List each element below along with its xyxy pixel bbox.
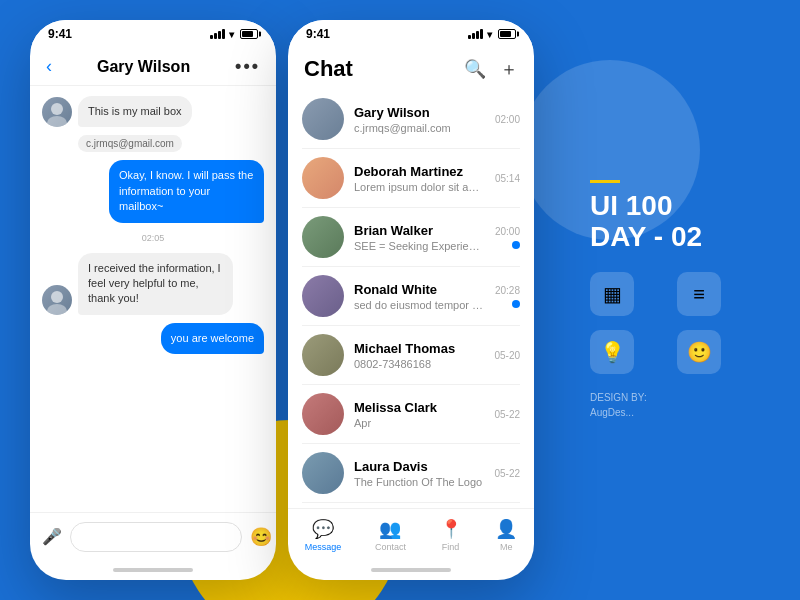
message-timestamp: 02:05 <box>42 233 264 243</box>
back-button[interactable]: ‹ <box>46 56 52 77</box>
signal-icon <box>210 29 225 39</box>
unread-indicator <box>512 300 520 308</box>
bottom-nav: 💬 Message 👥 Contact 📍 Find 👤 Me <box>288 508 534 560</box>
wifi-icon: ▾ <box>487 29 492 40</box>
icon-card-grid: ▦ <box>590 272 634 316</box>
nav-label: Contact <box>375 542 406 552</box>
header-actions: 🔍 ＋ <box>464 57 518 81</box>
status-time-list: 9:41 <box>306 27 330 41</box>
message-input[interactable] <box>70 522 242 552</box>
chat-meta: 05-20 <box>494 350 520 361</box>
avatar <box>302 452 344 494</box>
list-item[interactable]: Laura Davis The Function Of The Logo 05-… <box>288 444 534 502</box>
chat-meta: 05-22 <box>494 468 520 479</box>
contact-name: Melissa Clark <box>354 400 484 415</box>
chat-info: Brian Walker SEE = Seeking Experience & … <box>354 223 485 252</box>
msg-row: Okay, I know. I will pass the informatio… <box>42 160 264 222</box>
home-bar <box>371 568 451 572</box>
right-panel: UI 100 DAY - 02 ▦ ≡ 💡 🙂 DESIGN BY: AugDe… <box>570 0 770 600</box>
avatar <box>302 334 344 376</box>
chat-detail-title: Gary Wilson <box>97 58 190 76</box>
contact-name: Ronald White <box>354 282 485 297</box>
more-button[interactable]: ••• <box>235 56 260 77</box>
chat-time: 02:00 <box>495 114 520 125</box>
emoji-icon[interactable]: 😊 <box>250 526 272 548</box>
unread-indicator <box>512 241 520 249</box>
svg-point-1 <box>47 116 67 127</box>
list-item[interactable]: Melissa Clark Apr 05-22 <box>288 385 534 443</box>
svg-point-0 <box>51 103 63 115</box>
contact-name: Michael Thomas <box>354 341 484 356</box>
message-bubble: I received the information, I feel very … <box>78 253 233 315</box>
message-nav-icon: 💬 <box>312 518 334 540</box>
phones-area: 9:41 ▾ ‹ Gary Wilson ••• <box>30 20 534 580</box>
status-icons-detail: ▾ <box>210 29 258 40</box>
chat-meta: 20:28 <box>495 285 520 308</box>
chat-messages: This is my mail box c.jrmqs@gmail.com Ok… <box>30 86 276 512</box>
me-nav-icon: 👤 <box>495 518 517 540</box>
avatar <box>302 157 344 199</box>
chat-info: Deborah Martinez Lorem ipsum dolor sit a… <box>354 164 485 193</box>
chat-preview: 0802-73486168 <box>354 358 484 370</box>
icon-card-bulb: 💡 <box>590 330 634 374</box>
icon-card-list: ≡ <box>677 272 721 316</box>
home-indicator <box>30 560 276 580</box>
chat-time: 20:28 <box>495 285 520 296</box>
status-bar-list: 9:41 ▾ <box>288 20 534 48</box>
nav-label: Me <box>500 542 513 552</box>
chat-info: Gary Wilson c.jrmqs@gmail.com <box>354 105 485 134</box>
add-chat-icon[interactable]: ＋ <box>500 57 518 81</box>
chat-info: Michael Thomas 0802-73486168 <box>354 341 484 370</box>
avatar <box>302 98 344 140</box>
icon-card-smile: 🙂 <box>677 330 721 374</box>
icon-grid: ▦ ≡ 💡 🙂 <box>590 272 750 374</box>
chat-time: 05-20 <box>494 350 520 361</box>
battery-icon <box>498 29 516 39</box>
msg-row: I received the information, I feel very … <box>42 253 264 315</box>
nav-item-contact[interactable]: 👥 Contact <box>375 518 406 552</box>
svg-point-2 <box>51 291 63 303</box>
list-item[interactable]: Michael Thomas 0802-73486168 05-20 <box>288 326 534 384</box>
find-nav-icon: 📍 <box>440 518 462 540</box>
chat-time: 05-22 <box>494 468 520 479</box>
design-credit: DESIGN BY: AugDes... <box>590 390 750 420</box>
chat-list-title: Chat <box>304 56 353 82</box>
list-item[interactable]: Ronald White sed do eiusmod tempor incid… <box>288 267 534 325</box>
list-item[interactable]: Brian Walker SEE = Seeking Experience & … <box>288 208 534 266</box>
chat-preview: The Function Of The Logo <box>354 476 484 488</box>
nav-item-me[interactable]: 👤 Me <box>495 518 517 552</box>
contact-name: Laura Davis <box>354 459 484 474</box>
chat-list-header: Chat 🔍 ＋ <box>288 48 534 90</box>
message-bubble: Okay, I know. I will pass the informatio… <box>109 160 264 222</box>
nav-item-message[interactable]: 💬 Message <box>305 518 342 552</box>
chat-info: Melissa Clark Apr <box>354 400 484 429</box>
nav-label: Find <box>442 542 460 552</box>
chat-preview: c.jrmqs@gmail.com <box>354 122 485 134</box>
chat-detail-header: ‹ Gary Wilson ••• <box>30 48 276 86</box>
message-bubble: This is my mail box <box>78 96 192 127</box>
chat-preview: sed do eiusmod tempor incididunt ut i... <box>354 299 485 311</box>
status-bar-detail: 9:41 ▾ <box>30 20 276 48</box>
search-icon[interactable]: 🔍 <box>464 58 486 80</box>
chat-meta: 05:14 <box>495 173 520 184</box>
voice-icon[interactable]: 🎤 <box>42 527 62 546</box>
chat-meta: 05-22 <box>494 409 520 420</box>
list-item[interactable]: Deborah Martinez Lorem ipsum dolor sit a… <box>288 149 534 207</box>
chat-time: 05:14 <box>495 173 520 184</box>
chat-preview: Lorem ipsum dolor sit amet, consect... <box>354 181 485 193</box>
ui-title: UI 100 DAY - 02 <box>590 191 750 253</box>
avatar <box>42 97 72 127</box>
chat-detail-phone: 9:41 ▾ ‹ Gary Wilson ••• <box>30 20 276 580</box>
avatar <box>302 393 344 435</box>
battery-icon <box>240 29 258 39</box>
chat-preview: Apr <box>354 417 484 429</box>
avatar <box>302 216 344 258</box>
list-item[interactable]: Gary Wilson c.jrmqs@gmail.com 02:00 <box>288 90 534 148</box>
avatar <box>302 275 344 317</box>
status-time-detail: 9:41 <box>48 27 72 41</box>
email-badge: c.jrmqs@gmail.com <box>78 135 182 152</box>
svg-point-3 <box>47 304 67 315</box>
chat-info: Ronald White sed do eiusmod tempor incid… <box>354 282 485 311</box>
nav-item-find[interactable]: 📍 Find <box>440 518 462 552</box>
accent-bar <box>590 180 620 183</box>
